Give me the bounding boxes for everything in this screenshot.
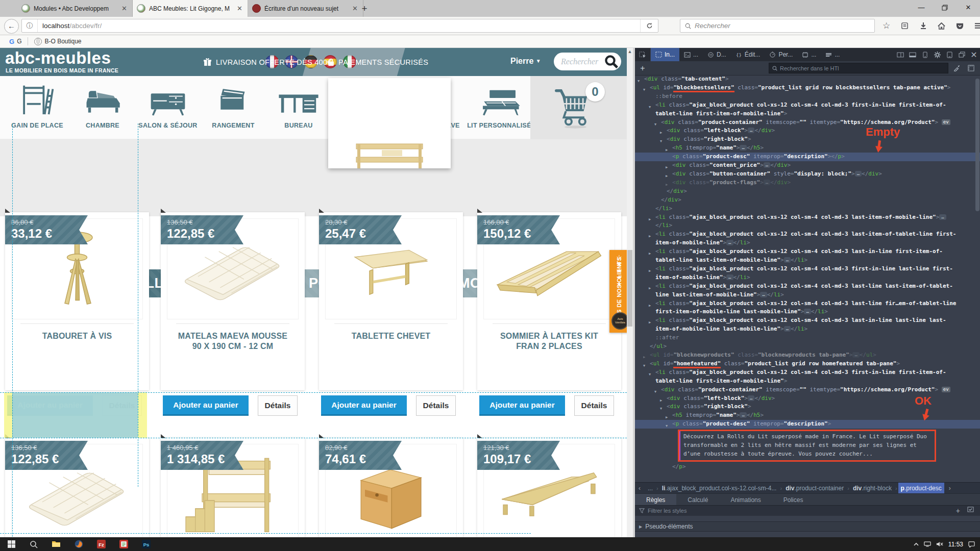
- tree-node[interactable]: <li class="ajax_block_product col-xs-12 …: [635, 230, 980, 247]
- expand-arrow-icon[interactable]: ▶: [649, 232, 651, 241]
- category-item[interactable]: RANGEMENT: [200, 81, 266, 129]
- tree-node[interactable]: <div class="tab-content">▼: [635, 75, 980, 84]
- scrollbar-thumb[interactable]: [627, 250, 632, 327]
- tree-text-node[interactable]: Découvrez La Rolls du Lit superposé made…: [635, 430, 980, 462]
- category-item[interactable]: BUREAU: [265, 81, 332, 129]
- devtools-search-input[interactable]: Rechercher dans le HTl: [769, 63, 948, 73]
- breadcrumb-scroll-left[interactable]: ‹: [635, 485, 644, 492]
- tree-node[interactable]: <ul id="homefeatured" class="product_lis…: [635, 360, 980, 368]
- home-icon[interactable]: [934, 18, 949, 33]
- tree-node[interactable]: <li class="ajax_block_product col-xs-12 …: [635, 247, 980, 265]
- action-center-icon[interactable]: [968, 541, 975, 547]
- page-scrollbar[interactable]: ▲: [627, 48, 633, 537]
- breadcrumb-item[interactable]: div.product-container: [783, 485, 846, 492]
- settings-gear-icon[interactable]: [931, 48, 943, 61]
- collapse-arrow-icon[interactable]: ▼: [649, 370, 651, 379]
- devtools-tab-network[interactable]: ...: [821, 48, 844, 61]
- tree-node[interactable]: <ul id="blockbestsellers" class="product…: [635, 84, 980, 92]
- download-icon[interactable]: [916, 18, 930, 33]
- browser-tab[interactable]: ABC Meubles: Lit Gigogne, M✕: [133, 0, 248, 17]
- tree-node[interactable]: <li class="ajax_block_product col-xs-12 …: [635, 316, 980, 334]
- taskbar-start-icon[interactable]: [0, 537, 22, 551]
- pocket-icon[interactable]: [952, 18, 967, 33]
- tree-node[interactable]: <li class="ajax_block_product col-xs-12 …: [635, 368, 980, 386]
- expand-arrow-icon[interactable]: ▶: [649, 267, 651, 276]
- sidebar-tab-animations[interactable]: Animations: [719, 494, 772, 506]
- taskbar-clock[interactable]: 11:53: [948, 541, 963, 548]
- window-close-button[interactable]: ✕: [957, 0, 980, 15]
- collapse-arrow-icon[interactable]: ▼: [649, 103, 651, 112]
- category-item[interactable]: GAIN DE PLACE: [4, 81, 70, 129]
- expand-arrow-icon[interactable]: ▶: [649, 302, 651, 310]
- product-name[interactable]: SOMMIER À LATTES KIT FRAN 2 PLACES: [493, 323, 606, 352]
- product-card-body[interactable]: 136,50 € 122,85 € MATELAS MAEVA MOUSSE 9…: [161, 212, 305, 390]
- event-badge[interactable]: ev: [942, 387, 950, 392]
- add-rule-icon[interactable]: +: [956, 507, 960, 515]
- bookmark-star-icon[interactable]: ☆: [879, 18, 894, 33]
- styles-filter-row[interactable]: Filtrer les styles +: [635, 505, 980, 516]
- scroll-up-arrow[interactable]: ▲: [627, 49, 633, 54]
- breadcrumb-item[interactable]: li.ajax_block_product.col-xs-12.col-sm-4…: [659, 485, 779, 492]
- devtools-tab-inspector[interactable]: In...: [651, 48, 679, 61]
- details-button[interactable]: Détails: [258, 395, 298, 416]
- tree-node[interactable]: </div>: [635, 187, 980, 196]
- slider-product-card[interactable]: [328, 78, 451, 168]
- tree-node[interactable]: <h5 itemprop="name">…</h5>▶: [635, 144, 980, 153]
- devtools-tab-styles[interactable]: {}Édit...: [731, 48, 765, 61]
- product-card[interactable]: 136,50 € 122,85 €: [5, 438, 149, 537]
- browser-tab[interactable]: Modules • Abc Developpem✕: [17, 0, 133, 17]
- add-to-cart-button[interactable]: Ajouter au panier: [479, 395, 565, 416]
- window-minimize-button[interactable]: —: [910, 0, 933, 15]
- url-bar[interactable]: ⓘ localhost/abcdev/fr/: [21, 19, 658, 33]
- tree-node[interactable]: <ul id="blocknewproducts" class="blockne…: [635, 351, 980, 360]
- devtools-tab-performance[interactable]: Per...: [765, 48, 797, 61]
- category-item[interactable]: LIT PERSONNALISÉ: [462, 81, 536, 129]
- split-console-icon[interactable]: [906, 48, 919, 61]
- eyedropper-icon[interactable]: [950, 61, 963, 75]
- tree-node[interactable]: <div class="product-container" itemscope…: [635, 386, 980, 394]
- create-node-button[interactable]: +: [635, 64, 650, 73]
- bookmark-item-g[interactable]: G G: [5, 35, 26, 47]
- product-card-body[interactable]: 36,80 € 33,12 € TABOURET À VIS: [5, 212, 149, 390]
- back-button[interactable]: ←: [4, 19, 19, 34]
- tree-node[interactable]: <div class="left-block">…</div>▶: [635, 127, 980, 135]
- devtools-scrollbar-thumb[interactable]: [975, 79, 979, 211]
- taskbar-app-red-icon[interactable]: [112, 537, 135, 551]
- separate-window-icon[interactable]: [955, 48, 968, 61]
- product-card[interactable]: 36,80 € 33,12 € TABOURET À VIS Ajouter a…: [5, 212, 149, 390]
- tree-node[interactable]: <li class="ajax_block_product col-xs-12 …: [635, 101, 980, 118]
- expand-arrow-icon[interactable]: ▶: [649, 249, 651, 258]
- taskbar-search-icon[interactable]: [22, 537, 45, 551]
- pseudo-elements-row[interactable]: ▶ Pseudo-éléments: [635, 521, 980, 532]
- dock-options-icon[interactable]: [894, 48, 906, 61]
- tray-chevron-up-icon[interactable]: [914, 542, 919, 546]
- sidebar-tab-polices[interactable]: Polices: [772, 494, 815, 506]
- tree-node[interactable]: </div>: [635, 196, 980, 205]
- product-card[interactable]: 28,30 € 25,47 € TABLETTE CHEVET Ajouter …: [319, 212, 463, 390]
- tree-node[interactable]: ::before: [635, 92, 980, 101]
- new-tab-button[interactable]: +: [357, 2, 372, 15]
- breadcrumb-item[interactable]: div.right-block: [850, 485, 894, 492]
- expand-arrow-icon[interactable]: ▶: [649, 284, 651, 293]
- site-logo[interactable]: abc-meubles: [5, 48, 111, 68]
- search-icon[interactable]: [604, 54, 619, 69]
- sidebar-tab-calculé[interactable]: Calculé: [676, 494, 719, 506]
- devtools-tab-console[interactable]: ...: [679, 48, 703, 61]
- product-card[interactable]: 166,80 € 150,12 € SOMMIER À LATTES KIT F…: [477, 212, 621, 390]
- expander-triangle-icon[interactable]: ▶: [639, 524, 642, 529]
- tree-node[interactable]: ::after: [635, 334, 980, 342]
- cart-panel[interactable]: 0: [530, 76, 627, 139]
- taskbar-photoshop-icon[interactable]: Ps: [135, 537, 157, 551]
- tree-node[interactable]: </ul>: [635, 342, 980, 351]
- volume-muted-icon[interactable]: [936, 541, 943, 547]
- tree-node[interactable]: </p>: [635, 463, 980, 471]
- tab-close-icon[interactable]: ✕: [120, 5, 128, 12]
- tree-node[interactable]: <li class="ajax_block_product col-xs-12 …: [635, 282, 980, 299]
- breadcrumb-item[interactable]: ...: [645, 485, 655, 492]
- product-card-body[interactable]: 136,50 € 122,85 €: [5, 438, 149, 537]
- devtools-tab-debugger[interactable]: D...: [703, 48, 731, 61]
- product-card-body[interactable]: 82,90 € 74,61 €: [319, 438, 463, 537]
- product-card[interactable]: 136,50 € 122,85 € MATELAS MAEVA MOUSSE 9…: [161, 212, 305, 390]
- product-name[interactable]: TABOURET À VIS: [20, 323, 134, 341]
- tree-node[interactable]: <p class="product-desc" itemprop="descri…: [635, 153, 980, 161]
